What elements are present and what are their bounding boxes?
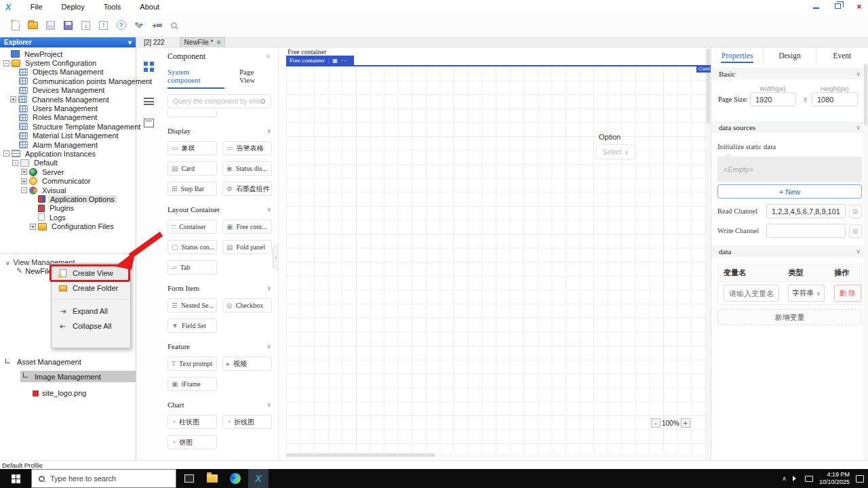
tree-item-xvisual[interactable]: -Xvisual bbox=[0, 186, 136, 195]
channel-picker-icon[interactable]: ◎ bbox=[849, 224, 862, 238]
menu-item-create-folder[interactable]: Create Folder bbox=[52, 281, 130, 296]
tab-properties[interactable]: Properties bbox=[711, 47, 763, 63]
menu-item-expand-all[interactable]: ⇥Expand All bbox=[52, 304, 130, 319]
component-item[interactable]: ▭告警表格 bbox=[222, 141, 272, 155]
deploy-tool-icon[interactable]: ✎+ bbox=[132, 19, 145, 32]
write-channel-input[interactable] bbox=[766, 224, 846, 238]
chevron-down-icon[interactable]: ∨ bbox=[267, 401, 271, 408]
taskbar-clock[interactable]: 4:19 PM 10/10/2025 bbox=[819, 471, 850, 487]
tree-item-communication-points[interactable]: Communication points Management bbox=[0, 77, 136, 85]
component-item[interactable]: ▣iFrame bbox=[167, 377, 217, 391]
selected-container-chip[interactable]: Free container | ▦ ··· bbox=[286, 56, 354, 65]
add-connection-icon[interactable]: ＋ bbox=[150, 19, 163, 32]
component-item[interactable]: ▼Field Set bbox=[167, 319, 217, 333]
tab-design[interactable]: Design bbox=[763, 47, 815, 63]
canvas-page-grid[interactable] bbox=[286, 65, 705, 455]
component-item[interactable]: ⊞Step Bar bbox=[167, 182, 217, 196]
component-item[interactable]: ▸视频 bbox=[222, 357, 272, 371]
component-item[interactable]: □Container bbox=[167, 220, 217, 234]
read-channel-input[interactable] bbox=[766, 204, 846, 218]
tree-item-alarm-management[interactable]: Alarm Management bbox=[0, 140, 136, 149]
component-item[interactable]: ◔饼图 bbox=[167, 435, 217, 449]
canvas-breadcrumb[interactable]: Free container bbox=[288, 48, 326, 56]
expand-box-icon[interactable]: + bbox=[10, 96, 16, 102]
menu-file[interactable]: File bbox=[21, 1, 52, 12]
component-item[interactable]: ▱Tab bbox=[167, 260, 217, 274]
tree-item-newproject[interactable]: NewProject bbox=[0, 49, 136, 58]
collapse-box-icon[interactable]: - bbox=[3, 60, 9, 66]
xvisual-app-icon[interactable]: X bbox=[248, 469, 269, 488]
tab-page-view[interactable]: Page View bbox=[239, 68, 271, 89]
site-logo-row[interactable]: site_logo.png bbox=[33, 389, 86, 397]
tree-item-default[interactable]: -Default bbox=[0, 159, 136, 167]
chevron-down-icon[interactable]: ∨ bbox=[267, 206, 271, 213]
chevron-down-icon[interactable]: ▾ bbox=[128, 39, 132, 46]
component-item[interactable]: ▣Free cont... bbox=[222, 220, 272, 234]
page-height-input[interactable] bbox=[812, 92, 858, 106]
tree-item-logs[interactable]: Logs bbox=[0, 213, 136, 222]
start-button[interactable] bbox=[0, 469, 31, 488]
components-icon[interactable] bbox=[144, 62, 154, 72]
clipped-component-item[interactable] bbox=[167, 111, 217, 117]
tree-item-devices-management[interactable]: Devices Management bbox=[0, 86, 136, 95]
properties-scrollbar[interactable] bbox=[863, 63, 868, 463]
collapse-box-icon[interactable]: - bbox=[3, 150, 9, 157]
channel-picker-icon[interactable]: ◎ bbox=[849, 205, 862, 218]
component-item[interactable]: ▤Card bbox=[167, 161, 217, 176]
expand-box-icon[interactable]: + bbox=[21, 169, 27, 175]
tree-item-configuration-files[interactable]: +Configuration Files bbox=[0, 222, 136, 230]
section-basic[interactable]: Basic∨ bbox=[711, 68, 868, 79]
save-all-icon[interactable] bbox=[62, 19, 75, 32]
restore-button[interactable] bbox=[831, 1, 844, 11]
add-variable-button[interactable]: 新增变量 bbox=[717, 309, 862, 325]
component-search-input[interactable]: Query the component by ente bbox=[167, 94, 271, 108]
pages-icon[interactable] bbox=[144, 119, 154, 129]
variable-name-input[interactable] bbox=[724, 285, 779, 302]
taskbar-search[interactable]: Type here to search bbox=[31, 469, 176, 488]
layers-icon[interactable] bbox=[144, 96, 154, 106]
zoom-in-button[interactable]: + bbox=[681, 418, 690, 428]
menu-item-collapse-all[interactable]: ⇤Collapse All bbox=[52, 319, 130, 333]
tree-item-application-options[interactable]: Application Options bbox=[0, 195, 136, 203]
explorer-header[interactable]: Explorer ▾ bbox=[0, 37, 136, 47]
tree-item-structure-template[interactable]: Structure Template Management bbox=[0, 122, 136, 131]
tree-item-users-management[interactable]: Users Management bbox=[0, 104, 136, 113]
option-select[interactable]: Select ∨ bbox=[596, 144, 635, 159]
tree-item-roles-management[interactable]: Roles Management bbox=[0, 113, 136, 122]
tab-newfile[interactable]: NewFile *× bbox=[180, 37, 226, 47]
component-item[interactable]: ☰Nested Se... bbox=[167, 298, 217, 312]
export-icon[interactable]: ↑ bbox=[97, 19, 110, 32]
tree-item-system-configuration[interactable]: -System Configuration bbox=[0, 58, 136, 67]
tree-item-server[interactable]: +Server bbox=[0, 167, 136, 176]
menu-about[interactable]: About bbox=[130, 1, 169, 12]
image-management-row[interactable]: Image Management bbox=[20, 371, 136, 382]
tab-event[interactable]: Event bbox=[816, 47, 868, 63]
volume-icon[interactable] bbox=[793, 476, 799, 481]
chevron-down-icon[interactable]: ∨ bbox=[267, 343, 271, 350]
file-explorer-icon[interactable] bbox=[202, 469, 222, 488]
close-button[interactable]: × bbox=[853, 1, 865, 11]
collapse-box-icon[interactable]: - bbox=[12, 160, 18, 166]
section-data-sources[interactable]: data sources∨ bbox=[711, 121, 868, 133]
horizontal-scrollbar[interactable] bbox=[286, 453, 704, 458]
component-item[interactable]: ⚙石墨盘组件 bbox=[222, 182, 272, 196]
chevron-down-icon[interactable]: ∨ bbox=[267, 127, 271, 134]
help-icon[interactable]: ? bbox=[115, 19, 127, 32]
tree-item-application-instances[interactable]: -Application Instances bbox=[0, 149, 136, 158]
tab-system-component[interactable]: System component bbox=[167, 68, 224, 89]
delete-variable-button[interactable]: 删 除 bbox=[834, 285, 861, 302]
section-data[interactable]: data∨ bbox=[711, 245, 868, 257]
component-item[interactable]: ◉Status dis... bbox=[222, 161, 272, 176]
tree-item-objects-management[interactable]: Objects Management bbox=[0, 68, 136, 77]
import-icon[interactable]: ↓ bbox=[79, 19, 92, 32]
minimize-button[interactable] bbox=[810, 1, 822, 11]
open-folder-icon[interactable] bbox=[26, 19, 39, 32]
component-item[interactable]: ◔折线图 bbox=[222, 415, 272, 429]
container-action-icon[interactable]: ▦ bbox=[332, 58, 338, 64]
more-icon[interactable]: ··· bbox=[341, 57, 347, 64]
tree-item-communicator[interactable]: +Communicator bbox=[0, 176, 136, 185]
view-management-newfile[interactable]: ✎NewFile bbox=[16, 266, 52, 275]
network-icon[interactable] bbox=[805, 476, 813, 482]
component-item[interactable]: ▢Status con... bbox=[167, 240, 217, 254]
asset-management-header[interactable]: Asset Management bbox=[5, 358, 81, 366]
